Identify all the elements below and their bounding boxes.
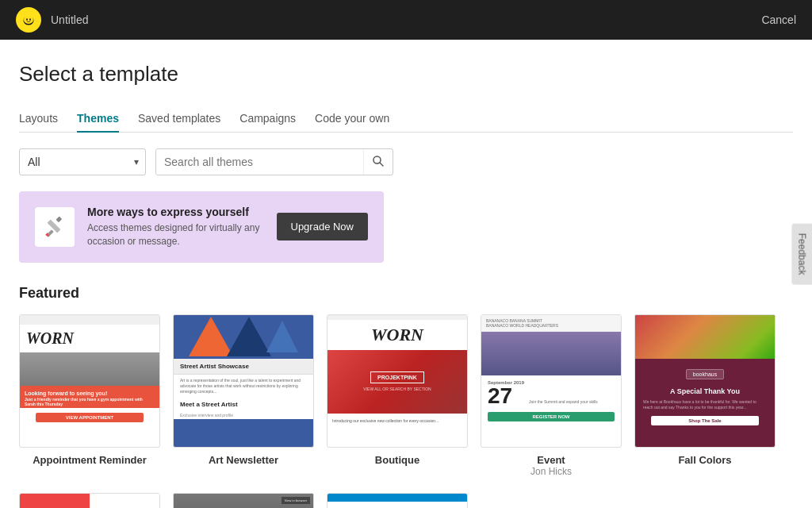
template-card-genetiico[interactable]: GENETIICO A Letter From The President De… (327, 493, 468, 508)
tab-layouts[interactable]: Layouts (19, 106, 58, 133)
pencil-icon (42, 214, 67, 240)
feedback-tab[interactable]: Feedback (792, 224, 812, 285)
svg-point-4 (27, 13, 31, 18)
template-thumb-art: Street Artist Showcase Art is a represen… (173, 314, 314, 448)
promo-banner: More ways to express yourself Access the… (19, 191, 384, 263)
template-thumb-boutique: WORN PROJEKTPINK VIEW ALL OR SEARCH BY S… (327, 314, 468, 448)
search-wrapper (155, 148, 393, 175)
category-select[interactable]: All Business eCommerce Holiday Newslette… (20, 149, 145, 175)
template-thumb-fall: bookhaus A Special Thank You We here at … (634, 314, 776, 448)
template-thumb-event: BANANACO BANANA SUMMITBANANACO WORLD HEA… (481, 314, 622, 448)
template-grid-row2: The Worksof Art Featured Collection Expl… (19, 493, 793, 508)
main-content: Select a template Layouts Themes Saved t… (0, 40, 812, 508)
promo-title: More ways to express yourself (87, 206, 264, 218)
template-thumb-bike: View in browser The Southern Bike Shop L… (173, 493, 314, 508)
template-thumb-appointment: WORN Looking forward to seeing you! Just… (19, 314, 160, 448)
svg-line-6 (380, 163, 383, 166)
template-thumb-genetiico: GENETIICO A Letter From The President De… (327, 493, 468, 508)
mailchimp-logo (16, 7, 41, 33)
page-title: Select a template (19, 62, 793, 87)
tab-themes[interactable]: Themes (77, 106, 119, 133)
template-card-event[interactable]: BANANACO BANANA SUMMITBANANACO WORLD HEA… (481, 314, 622, 477)
template-card-boutique[interactable]: WORN PROJEKTPINK VIEW ALL OR SEARCH BY S… (327, 314, 468, 477)
app-header: Untitled Cancel (0, 0, 812, 40)
filters-row: All Business eCommerce Holiday Newslette… (19, 148, 793, 175)
tab-nav: Layouts Themes Saved templates Campaigns… (19, 106, 793, 133)
header-title: Untitled (51, 13, 88, 26)
upgrade-now-button[interactable]: Upgrade Now (277, 213, 369, 241)
svg-rect-10 (56, 216, 62, 222)
template-card-art-newsletter[interactable]: Street Artist Showcase Art is a represen… (173, 314, 314, 477)
promo-icon (35, 207, 75, 247)
promo-text: More ways to express yourself Access the… (87, 206, 264, 248)
promo-description: Access themes designed for virtually any… (87, 221, 264, 248)
template-name-event: Event (481, 454, 622, 466)
tab-code-your-own[interactable]: Code your own (315, 106, 389, 133)
template-name-fall-colors: Fall Colors (634, 454, 776, 466)
template-thumb-works: The Worksof Art Featured Collection Expl… (19, 493, 160, 508)
template-card-works[interactable]: The Worksof Art Featured Collection Expl… (19, 493, 160, 508)
header-left: Untitled (16, 7, 88, 33)
category-select-wrapper: All Business eCommerce Holiday Newslette… (19, 148, 146, 175)
svg-point-2 (26, 18, 28, 21)
template-name-appointment: Appointment Reminder (19, 454, 160, 466)
search-button[interactable] (363, 150, 393, 175)
template-card-fall-colors[interactable]: bookhaus A Special Thank You We here at … (634, 314, 776, 477)
tab-saved-templates[interactable]: Saved templates (138, 106, 220, 133)
featured-section-title: Featured (19, 285, 793, 302)
svg-point-3 (29, 18, 31, 21)
template-author-event: Jon Hicks (481, 466, 622, 477)
template-name-boutique: Boutique (327, 454, 468, 466)
template-card-appointment[interactable]: WORN Looking forward to seeing you! Just… (19, 314, 160, 477)
featured-template-grid: WORN Looking forward to seeing you! Just… (19, 314, 793, 477)
template-name-art: Art Newsletter (173, 454, 314, 466)
search-icon (372, 155, 385, 167)
template-card-bike-shop[interactable]: View in browser The Southern Bike Shop L… (173, 493, 314, 508)
search-input[interactable] (156, 149, 363, 175)
tab-campaigns[interactable]: Campaigns (239, 106, 296, 133)
cancel-button[interactable]: Cancel (761, 13, 796, 26)
